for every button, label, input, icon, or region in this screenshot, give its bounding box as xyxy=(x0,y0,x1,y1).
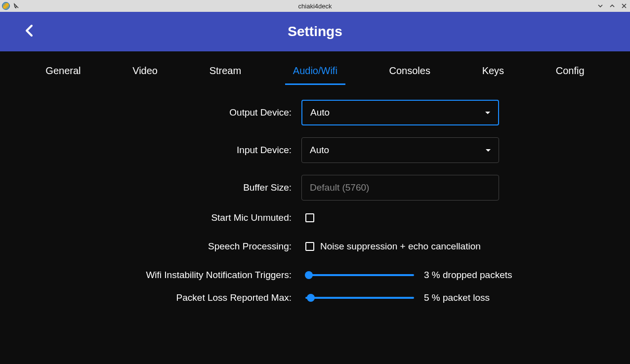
page-title: Settings xyxy=(288,24,342,40)
window-title: chiaki4deck xyxy=(298,2,332,10)
speech-processing-checkbox[interactable] xyxy=(305,242,314,251)
chevron-down-icon xyxy=(486,149,491,152)
wifi-instability-value: 3 % dropped packets xyxy=(424,270,512,281)
packet-loss-label: Packet Loss Reported Max: xyxy=(25,292,301,303)
app-header: Settings xyxy=(0,12,630,51)
buffer-size-label: Buffer Size: xyxy=(25,182,301,193)
speech-processing-option-label: Noise suppression + echo cancellation xyxy=(320,241,481,252)
input-device-label: Input Device: xyxy=(25,145,301,156)
tab-stream[interactable]: Stream xyxy=(202,61,249,85)
output-device-select[interactable]: Auto xyxy=(301,100,499,125)
input-device-value: Auto xyxy=(310,145,329,156)
output-device-row: Output Device: Auto xyxy=(25,100,605,125)
tab-audio-wifi[interactable]: Audio/Wifi xyxy=(285,61,345,85)
slider-thumb[interactable] xyxy=(305,271,313,279)
settings-tabs: General Video Stream Audio/Wifi Consoles… xyxy=(0,51,630,85)
tab-consoles[interactable]: Consoles xyxy=(381,61,438,85)
window-titlebar: chiaki4deck xyxy=(0,0,630,12)
tab-general[interactable]: General xyxy=(38,61,88,85)
packet-loss-row: Packet Loss Reported Max: 5 % packet los… xyxy=(25,292,605,303)
back-button[interactable] xyxy=(25,24,34,40)
wifi-instability-row: Wifi Instability Notification Triggers: … xyxy=(25,270,605,281)
tab-keys[interactable]: Keys xyxy=(474,61,512,85)
packet-loss-slider[interactable] xyxy=(305,297,414,299)
app-icon xyxy=(2,2,10,10)
wifi-instability-label: Wifi Instability Notification Triggers: xyxy=(25,270,301,281)
output-device-value: Auto xyxy=(310,107,330,118)
slider-thumb[interactable] xyxy=(307,294,315,302)
buffer-size-row: Buffer Size: xyxy=(25,175,605,201)
pin-icon[interactable] xyxy=(13,2,20,9)
titlebar-controls xyxy=(596,2,628,10)
close-button[interactable] xyxy=(620,2,628,10)
input-device-select[interactable]: Auto xyxy=(301,137,499,163)
mic-unmuted-row: Start Mic Unmuted: xyxy=(25,212,605,223)
output-device-label: Output Device: xyxy=(25,107,301,118)
tab-config[interactable]: Config xyxy=(548,61,592,85)
packet-loss-value: 5 % packet loss xyxy=(424,292,490,303)
titlebar-left xyxy=(2,2,20,10)
buffer-size-input[interactable] xyxy=(301,175,499,201)
chevron-down-icon xyxy=(485,112,490,114)
wifi-instability-slider[interactable] xyxy=(305,274,414,276)
minimize-button[interactable] xyxy=(596,2,604,10)
tab-video[interactable]: Video xyxy=(125,61,166,85)
speech-processing-row: Speech Processing: Noise suppression + e… xyxy=(25,241,605,252)
maximize-button[interactable] xyxy=(608,2,616,10)
mic-unmuted-label: Start Mic Unmuted: xyxy=(25,212,301,223)
settings-content: Output Device: Auto Input Device: Auto B… xyxy=(0,85,630,330)
mic-unmuted-checkbox[interactable] xyxy=(305,213,314,222)
speech-processing-label: Speech Processing: xyxy=(25,241,301,252)
input-device-row: Input Device: Auto xyxy=(25,137,605,163)
